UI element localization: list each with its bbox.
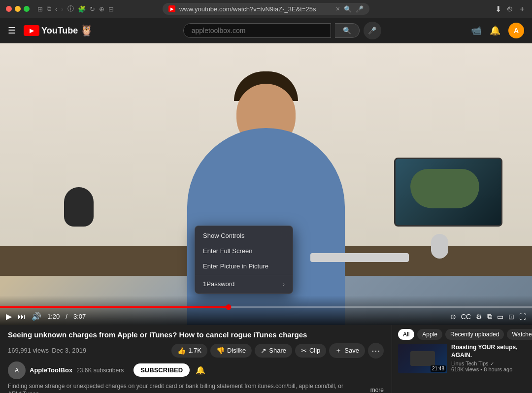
verified-icon: ✓	[490, 361, 494, 366]
mac-toolbar-right: ⬇ ⎋ ＋	[495, 4, 526, 14]
voice-search-button[interactable]: 🎤	[364, 22, 381, 39]
controls-row: ▶ ⏭ 🔊 1:20 / 3:07 ⊙ CC ⚙ ⧉ ▭ ⊡ ⛶	[0, 312, 532, 321]
address-bar[interactable]: ▶ www.youtube.com/watch?v=tvN9iaZ-_3E&t=…	[163, 3, 369, 15]
info-icon[interactable]: ⓘ	[67, 4, 74, 13]
progress-bar-fill	[0, 306, 229, 308]
monitor-screen	[396, 159, 501, 225]
context-menu: Show Controls Enter Full Screen Enter Pi…	[195, 226, 293, 294]
back-icon[interactable]: ‹	[55, 5, 57, 13]
site-favicon: ▶	[168, 5, 175, 12]
autoplay-toggle[interactable]: ⊙	[450, 313, 456, 321]
rec-time-ago-text: 8 hours ago	[484, 366, 512, 372]
progress-bar-container[interactable]	[0, 306, 532, 308]
dislike-button[interactable]: 👎 Dislike	[210, 344, 252, 358]
pip-button[interactable]: ⊡	[508, 313, 514, 321]
clear-url-icon[interactable]: ×	[336, 5, 340, 13]
more-actions-button[interactable]: ⋯	[368, 343, 384, 359]
desc-snippet-row: Finding some strange or unexpected charg…	[8, 382, 384, 393]
settings-button[interactable]: ⚙	[476, 313, 482, 321]
filter-chips: All Apple Recently uploaded Watched	[398, 329, 526, 340]
reader-icon[interactable]: ⊟	[108, 5, 114, 13]
mouse	[431, 234, 448, 259]
tab-overview-icon[interactable]: ⧉	[47, 5, 51, 13]
new-tab-icon[interactable]: ＋	[518, 4, 526, 14]
filter-chip-recently-uploaded[interactable]: Recently uploaded	[445, 329, 504, 340]
refresh-icon[interactable]: ↻	[90, 5, 95, 13]
theater-button[interactable]: ▭	[497, 313, 503, 321]
subscribe-button[interactable]: SUBSCRIBED	[133, 363, 190, 377]
search-magnifier-icon[interactable]: 🔍	[344, 5, 352, 13]
filter-chip-all[interactable]: All	[398, 329, 414, 340]
forward-icon: ›	[61, 5, 63, 13]
search-input[interactable]	[183, 23, 331, 38]
context-pip[interactable]: Enter Picture in Picture	[195, 259, 293, 274]
clip-icon: ✂	[301, 347, 307, 355]
share-button[interactable]: ↗ Share	[255, 344, 292, 358]
user-avatar[interactable]: A	[508, 23, 524, 38]
main-content: Seeing unknown charges from Apple or iTu…	[0, 325, 532, 393]
next-button[interactable]: ⏭	[18, 312, 26, 321]
fullscreen-button[interactable]: ⛶	[519, 313, 526, 321]
rec-duration: 21:48	[431, 365, 446, 372]
play-pause-button[interactable]: ▶	[6, 312, 12, 321]
clip-button[interactable]: ✂ Clip	[295, 344, 326, 358]
like-button[interactable]: 👍 1.7K	[171, 344, 207, 358]
progress-dot	[226, 304, 232, 310]
sidebar-toggle-icon[interactable]: ⊞	[37, 5, 43, 13]
thumbs-up-icon: 👍	[177, 347, 186, 355]
rec-thumb-content	[410, 351, 435, 366]
monitor	[394, 158, 502, 227]
context-1password[interactable]: 1Password ›	[195, 276, 293, 292]
video-views: 169,991 views	[8, 347, 49, 354]
minimize-button[interactable]	[15, 6, 21, 12]
thumbs-down-icon: 👎	[216, 347, 225, 355]
search-icon[interactable]: ⊕	[99, 5, 104, 13]
captions-button[interactable]: CC	[461, 313, 471, 321]
youtube-logo[interactable]: ▶ YouTube 🦉	[24, 24, 93, 37]
filter-chip-apple[interactable]: Apple	[417, 329, 442, 340]
more-link[interactable]: more	[370, 387, 384, 393]
close-button[interactable]	[6, 6, 12, 12]
save-label: Save	[344, 347, 359, 354]
youtube-header: ☰ ▶ YouTube 🦉 🔍 🎤 📹 🔔 A	[0, 18, 532, 43]
video-frame: Show Controls Enter Full Screen Enter Pi…	[0, 43, 532, 325]
below-video-section: Seeing unknown charges from Apple or iTu…	[0, 325, 532, 393]
maximize-button[interactable]	[24, 6, 30, 12]
controls-right: ⊙ CC ⚙ ⧉ ▭ ⊡ ⛶	[450, 312, 526, 321]
tab-bar-icons: ⊞ ⧉ ‹ › ⓘ 🧩 ↻ ⊕ ⊟	[37, 4, 114, 13]
miniplayer-button[interactable]: ⧉	[487, 312, 492, 321]
mic-icon[interactable]: 🎤	[356, 5, 364, 13]
filter-chip-watched[interactable]: Watched	[507, 329, 532, 340]
video-date: Dec 3, 2019	[52, 347, 86, 354]
notification-icon[interactable]: 🔔	[490, 25, 500, 36]
context-fullscreen[interactable]: Enter Full Screen	[195, 243, 293, 259]
dislike-label: Dislike	[227, 347, 246, 354]
submenu-arrow-icon: ›	[283, 281, 285, 287]
clip-label: Clip	[309, 347, 320, 354]
traffic-lights	[6, 6, 30, 12]
monitor-island	[410, 169, 479, 208]
time-separator: /	[66, 313, 67, 320]
video-controls: ▶ ⏭ 🔊 1:20 / 3:07 ⊙ CC ⚙ ⧉ ▭ ⊡ ⛶	[0, 295, 532, 325]
download-icon[interactable]: ⬇	[495, 4, 501, 14]
create-icon[interactable]: 📹	[471, 25, 482, 36]
share-icon[interactable]: ⎋	[507, 4, 512, 13]
search-button[interactable]: 🔍	[335, 23, 360, 38]
context-show-controls[interactable]: Show Controls	[195, 228, 293, 243]
context-menu-separator	[195, 275, 293, 275]
yt-logo-text: YouTube	[41, 26, 78, 36]
share-icon: ↗	[261, 347, 266, 355]
channel-name-small: AppleToolBox	[30, 366, 72, 374]
channel-subs: 23.6K subscribers	[76, 367, 124, 374]
rec-title: Roasting YOUR setups, AGAIN.	[451, 344, 526, 359]
rec-channel-name: Linus Tech Tips	[451, 360, 489, 366]
rec-thumbnail: 21:48	[398, 344, 447, 373]
hamburger-menu-icon[interactable]: ☰	[8, 25, 16, 36]
save-icon: ＋	[335, 346, 342, 355]
save-button[interactable]: ＋ Save	[329, 343, 365, 358]
extension-icon[interactable]: 🧩	[78, 5, 86, 13]
play-icon: ▶	[30, 27, 34, 34]
volume-button[interactable]: 🔊	[32, 312, 41, 321]
notification-bell-button[interactable]: 🔔	[196, 365, 205, 375]
rec-card[interactable]: 21:48 Roasting YOUR setups, AGAIN. Linus…	[398, 344, 526, 373]
